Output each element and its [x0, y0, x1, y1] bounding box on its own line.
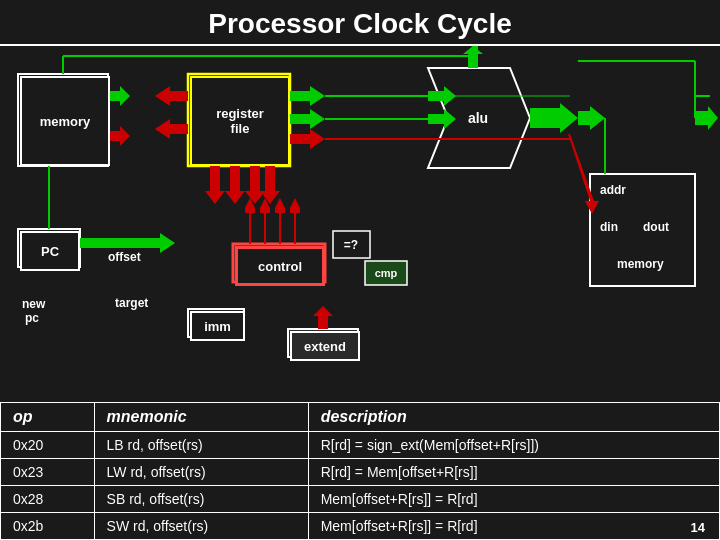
svg-rect-52 — [590, 174, 695, 286]
svg-marker-11 — [155, 119, 188, 139]
svg-text:offset: offset — [108, 250, 141, 264]
svg-marker-37 — [245, 198, 255, 213]
pc-label: PC — [41, 244, 59, 259]
control-label: control — [258, 259, 302, 274]
svg-marker-16 — [428, 68, 530, 168]
page-number: 14 — [691, 520, 705, 535]
svg-text:pc: pc — [25, 311, 39, 325]
svg-marker-14 — [245, 166, 265, 204]
table-cell: 0x2b — [1, 513, 95, 540]
svg-marker-59 — [695, 106, 718, 130]
svg-text:target: target — [115, 296, 148, 310]
svg-marker-2 — [108, 86, 130, 106]
diagram: memory register file alu — [0, 46, 720, 366]
table-cell: R[rd] = sign_ext(Mem[offset+R[rs]]) — [308, 432, 719, 459]
svg-marker-32 — [80, 233, 175, 253]
instruction-table: op mnemonic description 0x20LB rd, offse… — [0, 402, 720, 540]
register-file-box: register file — [190, 76, 290, 166]
table-cell: 0x28 — [1, 486, 95, 513]
svg-marker-13 — [225, 166, 245, 204]
table-row: 0x2bSW rd, offset(rs)Mem[offset+R[rs]] =… — [1, 513, 720, 540]
svg-marker-41 — [275, 198, 285, 213]
svg-marker-3 — [108, 126, 130, 146]
table-cell: R[rd] = Mem[offset+R[rs]] — [308, 459, 719, 486]
svg-marker-23 — [428, 109, 456, 129]
register-file-label: register file — [216, 106, 264, 136]
imm-label: imm — [204, 319, 231, 334]
table-row: 0x20LB rd, offset(rs)R[rd] = sign_ext(Me… — [1, 432, 720, 459]
svg-text:=?: =? — [344, 238, 358, 252]
svg-marker-15 — [260, 166, 280, 204]
table-row: 0x23LW rd, offset(rs)R[rd] = Mem[offset+… — [1, 459, 720, 486]
slide: Processor Clock Cycle memory register fi… — [0, 0, 720, 540]
svg-marker-51 — [313, 306, 333, 329]
svg-text:alu: alu — [468, 110, 488, 126]
table-row: 0x28SB rd, offset(rs)Mem[offset+R[rs]] =… — [1, 486, 720, 513]
control-box: control — [235, 246, 325, 286]
svg-marker-39 — [260, 198, 270, 213]
svg-marker-18 — [530, 103, 578, 133]
svg-rect-24 — [333, 231, 370, 258]
svg-marker-57 — [578, 106, 605, 130]
svg-marker-43 — [290, 198, 300, 213]
svg-marker-9 — [290, 129, 325, 149]
table-cell: 0x23 — [1, 459, 95, 486]
svg-marker-8 — [290, 109, 325, 129]
svg-marker-12 — [205, 166, 225, 204]
table-cell: SW rd, offset(rs) — [94, 513, 308, 540]
svg-marker-10 — [155, 86, 188, 106]
table-section: op mnemonic description 0x20LB rd, offse… — [0, 402, 720, 540]
memory-top-box: memory — [20, 76, 110, 166]
svg-marker-68 — [568, 134, 599, 214]
svg-text:new: new — [22, 297, 46, 311]
slide-title: Processor Clock Cycle — [0, 0, 720, 46]
svg-text:addr: addr — [600, 183, 626, 197]
svg-rect-26 — [365, 261, 407, 285]
imm-box: imm — [190, 311, 245, 341]
table-cell: SB rd, offset(rs) — [94, 486, 308, 513]
svg-marker-66 — [468, 46, 478, 51]
table-cell: LW rd, offset(rs) — [94, 459, 308, 486]
table-cell: 0x20 — [1, 432, 95, 459]
table-cell: LB rd, offset(rs) — [94, 432, 308, 459]
svg-text:din: din — [600, 220, 618, 234]
svg-text:cmp: cmp — [375, 267, 398, 279]
table-cell: Mem[offset+R[rs]] = R[rd] — [308, 486, 719, 513]
extend-label: extend — [304, 339, 346, 354]
col-header-op: op — [1, 403, 95, 432]
svg-text:memory: memory — [617, 257, 664, 271]
memory-top-label: memory — [40, 114, 91, 129]
svg-marker-21 — [428, 86, 456, 106]
svg-marker-7 — [290, 86, 325, 106]
svg-marker-19 — [463, 46, 483, 68]
col-header-mnemonic: mnemonic — [94, 403, 308, 432]
extend-box: extend — [290, 331, 360, 361]
col-header-description: description — [308, 403, 719, 432]
svg-text:dout: dout — [643, 220, 669, 234]
table-cell: Mem[offset+R[rs]] = R[rd] — [308, 513, 719, 540]
pc-box: PC — [20, 231, 80, 271]
